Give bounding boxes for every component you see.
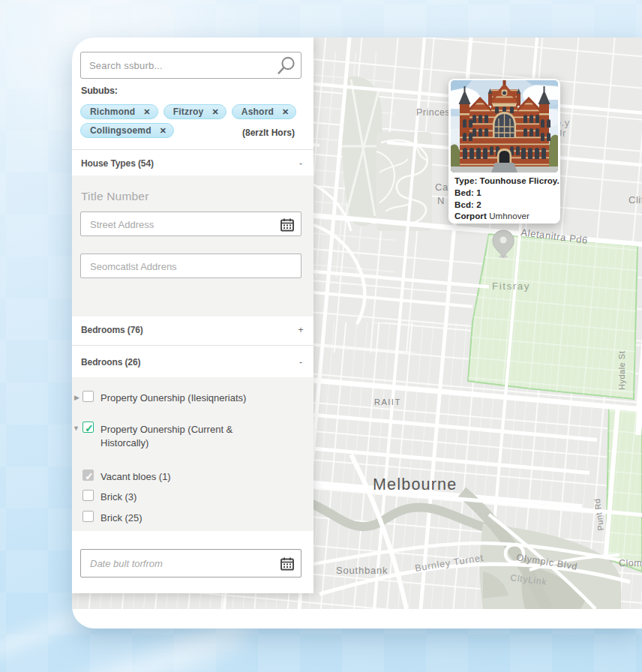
svg-text:RAIIT: RAIIT [374, 398, 401, 406]
svg-text:Clif: Clif [628, 194, 642, 206]
svg-text:Hydale St: Hydale St [617, 351, 626, 390]
svg-text:Clomrne: Clomrne [619, 558, 642, 568]
svg-text:Fitsray: Fitsray [492, 280, 530, 292]
svg-text:Ca: Ca [435, 182, 448, 193]
svg-text:Southbank: Southbank [336, 565, 388, 576]
svg-text:Melbourne: Melbourne [373, 476, 457, 494]
svg-text:Princes: Princes [416, 107, 450, 118]
svg-text:N: N [437, 195, 445, 206]
